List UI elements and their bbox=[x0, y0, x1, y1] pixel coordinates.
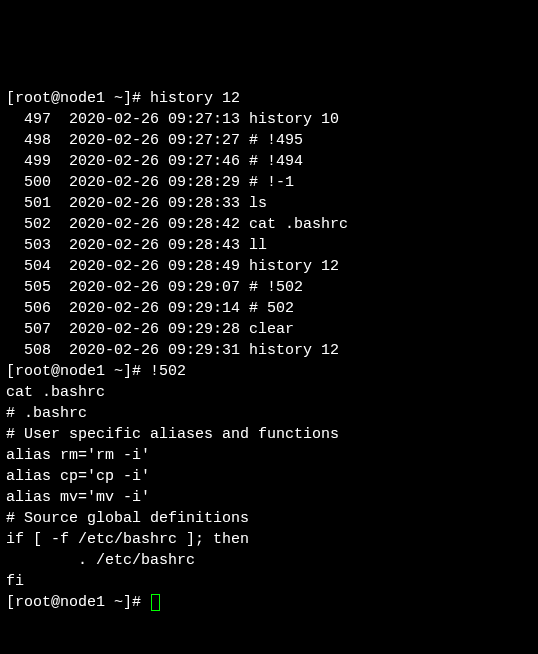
history-date: 2020-02-26 09:27:46 bbox=[51, 153, 240, 170]
history-command: history 10 bbox=[240, 111, 339, 128]
history-command: history 12 bbox=[240, 258, 339, 275]
terminal-line: fi bbox=[6, 571, 532, 592]
history-date: 2020-02-26 09:29:28 bbox=[51, 321, 240, 338]
terminal-line: alias mv='mv -i' bbox=[6, 487, 532, 508]
file-content-line: # Source global definitions bbox=[6, 510, 249, 527]
file-content-line: # User specific aliases and functions bbox=[6, 426, 339, 443]
history-number: 506 bbox=[6, 300, 51, 317]
history-number: 500 bbox=[6, 174, 51, 191]
history-date: 2020-02-26 09:28:42 bbox=[51, 216, 240, 233]
terminal-line: cat .bashrc bbox=[6, 382, 532, 403]
terminal-line: 502 2020-02-26 09:28:42 cat .bashrc bbox=[6, 214, 532, 235]
terminal-line: 504 2020-02-26 09:28:49 history 12 bbox=[6, 256, 532, 277]
history-number: 505 bbox=[6, 279, 51, 296]
history-date: 2020-02-26 09:28:29 bbox=[51, 174, 240, 191]
history-date: 2020-02-26 09:29:31 bbox=[51, 342, 240, 359]
history-command: # !-1 bbox=[240, 174, 294, 191]
history-date: 2020-02-26 09:29:07 bbox=[51, 279, 240, 296]
file-content-line: alias rm='rm -i' bbox=[6, 447, 150, 464]
history-date: 2020-02-26 09:29:14 bbox=[51, 300, 240, 317]
history-date: 2020-02-26 09:28:43 bbox=[51, 237, 240, 254]
terminal-output[interactable]: [root@node1 ~]# history 12 497 2020-02-2… bbox=[6, 88, 532, 613]
terminal-line: 505 2020-02-26 09:29:07 # !502 bbox=[6, 277, 532, 298]
terminal-line: [root@node1 ~]# !502 bbox=[6, 361, 532, 382]
terminal-line: 498 2020-02-26 09:27:27 # !495 bbox=[6, 130, 532, 151]
file-content-line: fi bbox=[6, 573, 24, 590]
file-content-line: . /etc/bashrc bbox=[6, 552, 195, 569]
command-input: !502 bbox=[150, 363, 186, 380]
history-command: # !494 bbox=[240, 153, 303, 170]
history-number: 504 bbox=[6, 258, 51, 275]
terminal-line: # Source global definitions bbox=[6, 508, 532, 529]
terminal-line: 507 2020-02-26 09:29:28 clear bbox=[6, 319, 532, 340]
history-command: # !495 bbox=[240, 132, 303, 149]
file-content-line: if [ -f /etc/bashrc ]; then bbox=[6, 531, 249, 548]
history-number: 507 bbox=[6, 321, 51, 338]
history-date: 2020-02-26 09:27:13 bbox=[51, 111, 240, 128]
terminal-line: 506 2020-02-26 09:29:14 # 502 bbox=[6, 298, 532, 319]
cursor-icon[interactable] bbox=[151, 594, 160, 611]
history-date: 2020-02-26 09:27:27 bbox=[51, 132, 240, 149]
terminal-line: [root@node1 ~]# bbox=[6, 592, 532, 613]
history-command: # !502 bbox=[240, 279, 303, 296]
terminal-line: 500 2020-02-26 09:28:29 # !-1 bbox=[6, 172, 532, 193]
history-number: 502 bbox=[6, 216, 51, 233]
terminal-line: 503 2020-02-26 09:28:43 ll bbox=[6, 235, 532, 256]
history-command: cat .bashrc bbox=[240, 216, 348, 233]
command-input: history 12 bbox=[150, 90, 240, 107]
terminal-line: 501 2020-02-26 09:28:33 ls bbox=[6, 193, 532, 214]
history-command: ll bbox=[240, 237, 267, 254]
terminal-line: 497 2020-02-26 09:27:13 history 10 bbox=[6, 109, 532, 130]
history-number: 508 bbox=[6, 342, 51, 359]
terminal-line: if [ -f /etc/bashrc ]; then bbox=[6, 529, 532, 550]
file-content-line: # .bashrc bbox=[6, 405, 87, 422]
expanded-command: cat .bashrc bbox=[6, 384, 105, 401]
history-command: clear bbox=[240, 321, 294, 338]
terminal-line: alias cp='cp -i' bbox=[6, 466, 532, 487]
history-number: 499 bbox=[6, 153, 51, 170]
history-number: 498 bbox=[6, 132, 51, 149]
file-content-line: alias mv='mv -i' bbox=[6, 489, 150, 506]
terminal-line: # User specific aliases and functions bbox=[6, 424, 532, 445]
history-command: # 502 bbox=[240, 300, 294, 317]
history-date: 2020-02-26 09:28:33 bbox=[51, 195, 240, 212]
history-command: ls bbox=[240, 195, 267, 212]
file-content-line: alias cp='cp -i' bbox=[6, 468, 150, 485]
terminal-line: 508 2020-02-26 09:29:31 history 12 bbox=[6, 340, 532, 361]
history-command: history 12 bbox=[240, 342, 339, 359]
history-number: 503 bbox=[6, 237, 51, 254]
shell-prompt: [root@node1 ~]# bbox=[6, 594, 150, 611]
terminal-line: . /etc/bashrc bbox=[6, 550, 532, 571]
history-number: 501 bbox=[6, 195, 51, 212]
terminal-line: 499 2020-02-26 09:27:46 # !494 bbox=[6, 151, 532, 172]
history-number: 497 bbox=[6, 111, 51, 128]
terminal-line: [root@node1 ~]# history 12 bbox=[6, 88, 532, 109]
terminal-line: # .bashrc bbox=[6, 403, 532, 424]
terminal-line: alias rm='rm -i' bbox=[6, 445, 532, 466]
history-date: 2020-02-26 09:28:49 bbox=[51, 258, 240, 275]
